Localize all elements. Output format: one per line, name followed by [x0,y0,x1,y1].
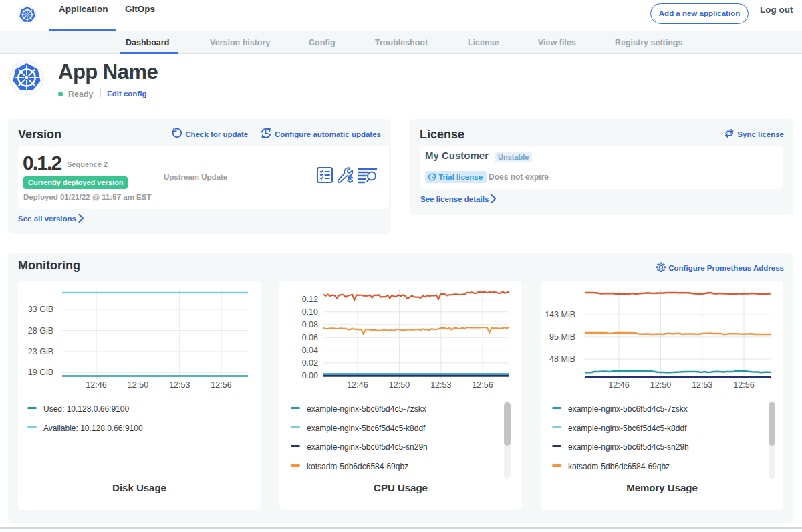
svg-text:12:56: 12:56 [211,380,231,390]
svg-text:0.02: 0.02 [302,358,318,368]
svg-text:23 GiB: 23 GiB [28,347,53,356]
svg-text:12:50: 12:50 [128,380,148,390]
svg-text:19 GiB: 19 GiB [28,368,53,377]
svg-text:12:50: 12:50 [389,380,410,390]
svg-text:95 MiB: 95 MiB [549,332,575,342]
svg-text:12:56: 12:56 [472,380,493,390]
svg-text:28 GiB: 28 GiB [28,326,53,336]
svg-text:12:53: 12:53 [430,380,451,390]
svg-text:0.04: 0.04 [302,346,318,355]
svg-text:12:53: 12:53 [169,380,190,390]
svg-text:143 MiB: 143 MiB [545,310,575,319]
svg-text:12:46: 12:46 [86,380,106,390]
svg-text:12:50: 12:50 [650,380,671,390]
svg-text:0.00: 0.00 [302,371,318,380]
svg-text:0.12: 0.12 [302,295,318,304]
svg-text:12:56: 12:56 [733,380,754,390]
svg-text:33 GiB: 33 GiB [28,305,53,314]
svg-text:0.10: 0.10 [302,307,318,317]
svg-text:0.06: 0.06 [302,333,318,342]
svg-text:12:53: 12:53 [692,380,712,390]
svg-text:48 MiB: 48 MiB [549,354,575,364]
svg-text:0.08: 0.08 [302,320,318,329]
svg-text:12:46: 12:46 [347,380,368,390]
svg-text:12:46: 12:46 [608,380,629,390]
